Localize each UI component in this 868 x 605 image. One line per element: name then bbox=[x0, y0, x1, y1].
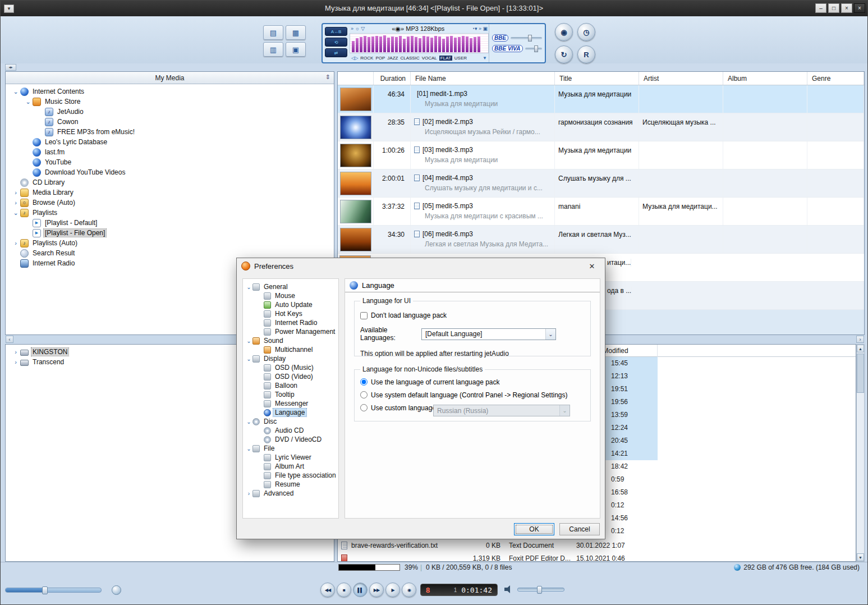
playlist-row[interactable]: 34:30 [06] medit-6.mp3 Легкая и светлая … bbox=[338, 226, 864, 254]
preferences-tree-item[interactable]: Language bbox=[243, 408, 338, 417]
sound-effect-button[interactable]: ◉ bbox=[555, 23, 573, 41]
expander-icon[interactable]: ⌄ bbox=[245, 356, 252, 362]
ok-button[interactable]: OK bbox=[514, 523, 554, 535]
expander-icon[interactable]: ⌄ bbox=[11, 209, 20, 217]
sidebar-tree-item[interactable]: › Browse (Auto) bbox=[6, 198, 334, 208]
scrollbar-thumb[interactable] bbox=[857, 354, 864, 393]
sidebar-tree-item[interactable]: ⌄ Internet Contents bbox=[6, 86, 334, 97]
chevron-down-icon[interactable]: ⌄ bbox=[545, 329, 555, 340]
filename-column-header[interactable]: File Name bbox=[411, 72, 555, 85]
preferences-tree-item[interactable]: ⌄ Display bbox=[243, 354, 338, 363]
sidebar-tree-item[interactable]: [Playlist - Default] bbox=[6, 218, 334, 228]
preferences-tree-item[interactable]: Audio CD bbox=[243, 426, 338, 435]
sidebar-tree-item[interactable]: CD Library bbox=[6, 177, 334, 187]
preferences-tree-item[interactable]: Auto Update bbox=[243, 300, 338, 309]
preferences-tree-item[interactable]: OSD (Video) bbox=[243, 372, 338, 381]
genre-column-header[interactable]: Genre bbox=[807, 72, 864, 85]
sidebar-tree-item[interactable]: [Playlist - File Open] bbox=[6, 228, 334, 238]
shuffle-button[interactable]: ⇄ bbox=[325, 48, 347, 57]
radio-option[interactable]: Use system default language (Control Pan… bbox=[360, 388, 585, 401]
preferences-tree-item[interactable]: ⌄ File bbox=[243, 444, 338, 453]
expander-icon[interactable]: ⌄ bbox=[245, 284, 252, 290]
volume-handle[interactable] bbox=[537, 586, 542, 594]
preferences-tree-item[interactable]: File type association bbox=[243, 471, 338, 480]
eq-right-icons[interactable]: ◔▾ » ▣ bbox=[472, 26, 488, 31]
cancel-button[interactable]: Cancel bbox=[559, 523, 600, 535]
stop-button[interactable]: ■ bbox=[337, 583, 351, 597]
chevron-down-icon[interactable]: ⌄ bbox=[559, 405, 570, 416]
preferences-tree-item[interactable]: ⌄ Disc bbox=[243, 417, 338, 426]
playlist-row[interactable]: 2:00:01 [04] medit-4.mp3 Слушать музыку … bbox=[338, 169, 864, 198]
radio-input[interactable] bbox=[360, 391, 368, 398]
sidebar-tree-item[interactable]: ⌄ Playlists bbox=[6, 208, 334, 218]
preferences-tree-item[interactable]: Tooltip bbox=[243, 390, 338, 399]
preferences-tree-item[interactable]: Resume bbox=[243, 480, 338, 489]
eq-preset[interactable]: FLAT bbox=[439, 56, 452, 61]
dialog-title-bar[interactable]: Preferences ✕ bbox=[237, 258, 605, 274]
preferences-tree-item[interactable]: › Advanced bbox=[243, 489, 338, 498]
sort-icon[interactable]: ⇕ bbox=[325, 74, 330, 81]
scroll-left-icon[interactable]: ‹ bbox=[6, 336, 13, 343]
bbe-viva-slider[interactable] bbox=[525, 48, 543, 50]
dont-load-language-pack-checkbox[interactable] bbox=[360, 312, 368, 319]
sidebar-tree-item[interactable]: Leo's Lyric Database bbox=[6, 137, 334, 147]
radio-input[interactable] bbox=[360, 404, 368, 411]
skin-mode-button[interactable]: ▣ bbox=[286, 42, 306, 57]
bbe-slider-handle[interactable] bbox=[528, 35, 532, 42]
sidebar-tree-item[interactable]: JetAudio bbox=[6, 107, 334, 117]
playlist-row[interactable]: 46:34 [01] medit-1.mp3 Музыка для медита… bbox=[338, 85, 864, 113]
playlist-row[interactable]: 1:00:26 [03] medit-3.mp3 Музыка для меди… bbox=[338, 141, 864, 169]
sidebar-tree-item[interactable]: YouTube bbox=[6, 157, 334, 167]
window-menu-button[interactable]: ▼ bbox=[4, 4, 14, 13]
sidebar-tree-item[interactable]: Download YouTube Videos bbox=[6, 167, 334, 177]
playlist-window-button[interactable]: ▤ bbox=[263, 25, 283, 40]
preferences-tree-item[interactable]: Lyric Viewer bbox=[243, 453, 338, 462]
playlist-row[interactable]: 28:35 [02] medit-2.mp3 Исцеляющая музыка… bbox=[338, 113, 864, 141]
preferences-tree-item[interactable]: Album Art bbox=[243, 462, 338, 471]
visualization-window-button[interactable]: ▥ bbox=[263, 42, 283, 57]
preferences-tree-item[interactable]: Balloon bbox=[243, 381, 338, 390]
scroll-down-icon[interactable]: ▼ bbox=[857, 553, 864, 561]
timer-button[interactable]: ◷ bbox=[577, 23, 595, 41]
scroll-up-icon[interactable]: ▲ bbox=[857, 345, 864, 352]
repeat-mode-button[interactable]: ↻ bbox=[555, 45, 573, 63]
preferences-tree-item[interactable]: ⌄ General bbox=[243, 282, 338, 291]
record-mode-button[interactable]: R bbox=[577, 45, 595, 63]
preferences-tree-item[interactable]: ⌄ Sound bbox=[243, 336, 338, 345]
preferences-tree-item[interactable]: Internet Radio bbox=[243, 318, 338, 327]
file-row[interactable]: 1,319 KB Foxit PDF Editor D... 15.10.202… bbox=[338, 552, 856, 562]
play-button[interactable]: ▶ bbox=[385, 583, 400, 597]
seek-slider[interactable] bbox=[5, 588, 102, 593]
eq-preset[interactable]: ROCK bbox=[360, 56, 373, 61]
video-window-button[interactable]: ▦ bbox=[286, 25, 306, 40]
volume-slider[interactable] bbox=[517, 588, 564, 592]
sidebar-tree-item[interactable]: last.fm bbox=[6, 147, 334, 157]
expander-icon[interactable]: › bbox=[11, 240, 20, 246]
expander-icon[interactable]: › bbox=[245, 491, 252, 497]
bbe-viva-slider-handle[interactable] bbox=[534, 45, 538, 52]
expander-icon[interactable]: › bbox=[11, 349, 20, 355]
eq-left-icons[interactable]: » ☼ ▽ bbox=[351, 26, 365, 31]
expander-icon[interactable]: ⌄ bbox=[24, 98, 33, 106]
next-button[interactable]: ▶▶ bbox=[369, 583, 384, 597]
pane-collapse-handle[interactable]: ◂▸ bbox=[5, 64, 16, 71]
album-column-header[interactable]: Album bbox=[723, 72, 807, 85]
seek-knob-button[interactable] bbox=[112, 585, 121, 595]
record-button[interactable]: ◉ bbox=[402, 583, 416, 597]
browser-scrollbar[interactable]: ▲ ▼ bbox=[856, 344, 865, 562]
expander-icon[interactable]: ⌄ bbox=[245, 338, 252, 344]
preset-prev-next-icon[interactable]: ◁▷ bbox=[351, 56, 358, 61]
title-bar[interactable]: ▼ Музыка для медитации [46:34] <[Playlis… bbox=[1, 1, 867, 16]
expander-icon[interactable]: › bbox=[11, 359, 20, 365]
available-languages-select[interactable]: [Default Language] ⌄ bbox=[421, 328, 556, 340]
preferences-tree-item[interactable]: Hot Keys bbox=[243, 309, 338, 318]
sidebar-tree-item[interactable]: Cowon bbox=[6, 117, 334, 127]
eq-preset[interactable]: JAZZ bbox=[387, 56, 398, 61]
dont-load-language-pack-option[interactable]: Don't load language pack bbox=[360, 311, 585, 319]
custom-language-select[interactable]: Russian (Russia) ⌄ bbox=[433, 405, 570, 416]
eq-preset[interactable]: CLASSIC bbox=[400, 56, 419, 61]
preferences-tree-item[interactable]: Mouse bbox=[243, 291, 338, 300]
preferences-tree-item[interactable]: Multichannel bbox=[243, 345, 338, 354]
sidebar-tree-item[interactable]: ⌄ Music Store bbox=[6, 97, 334, 107]
skin-close-button[interactable]: × bbox=[854, 3, 865, 13]
